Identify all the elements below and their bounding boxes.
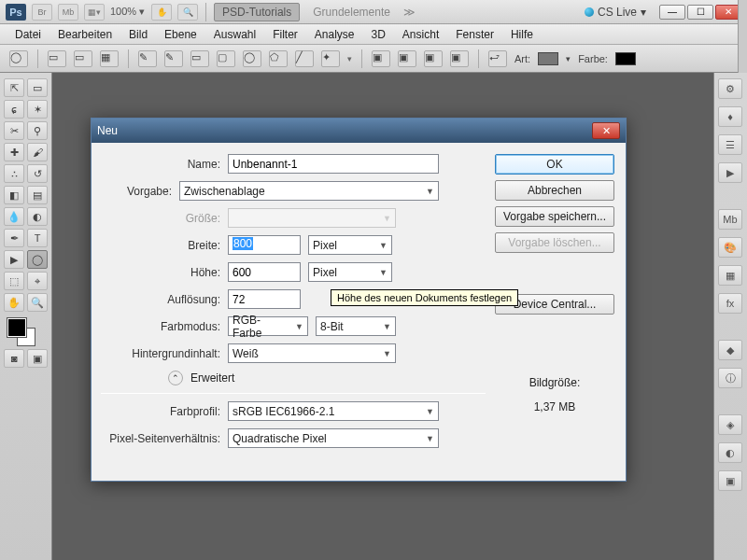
3d-tool-icon[interactable]: ⬚	[4, 272, 24, 290]
zoom-level[interactable]: 100% ▾	[110, 6, 146, 18]
width-input[interactable]: 800	[228, 235, 301, 255]
pen-tool-icon[interactable]: ✒	[4, 229, 24, 247]
ellipse-shape-icon[interactable]: ◯	[243, 50, 261, 67]
width-unit-combo[interactable]: Pixel▼	[308, 235, 392, 255]
window-maximize-button[interactable]: ☐	[687, 5, 713, 20]
magicwand-tool-icon[interactable]: ✶	[27, 100, 48, 119]
dialog-titlebar[interactable]: Neu ✕	[92, 119, 626, 143]
workspace-overflow-icon[interactable]: ≫	[403, 6, 416, 19]
lasso-tool-icon[interactable]: ɕ	[4, 100, 24, 119]
ellipse-tool-icon[interactable]: ◯	[27, 250, 48, 269]
color-panel-icon[interactable]: 🎨	[718, 237, 742, 258]
color-swatch[interactable]	[615, 52, 636, 65]
bitdepth-combo[interactable]: 8-Bit▼	[316, 316, 396, 336]
styles-panel-icon[interactable]: fx	[718, 293, 742, 314]
resolution-input[interactable]	[228, 289, 301, 309]
colorprofile-combo[interactable]: sRGB IEC61966-2.1▼	[228, 401, 439, 421]
eraser-tool-icon[interactable]: ◧	[4, 186, 24, 204]
foreground-color-swatch[interactable]	[7, 318, 26, 337]
tool-preset-icon[interactable]: ◯	[9, 50, 28, 67]
menu-3d[interactable]: 3D	[364, 26, 393, 43]
brush-tool-icon[interactable]: 🖌	[27, 143, 48, 161]
pixelratio-combo[interactable]: Quadratische Pixel▼	[228, 428, 439, 448]
freeform-pen-icon[interactable]: ✎	[164, 50, 183, 67]
screenmode-button[interactable]: ▦▾	[84, 4, 105, 21]
marquee-tool-icon[interactable]: ▭	[27, 78, 48, 97]
move-tool-icon[interactable]: ⇱	[4, 78, 24, 97]
menu-filter[interactable]: Filter	[265, 26, 305, 43]
crop-tool-icon[interactable]: ✂	[4, 121, 24, 140]
paths-panel-icon[interactable]: ▣	[718, 470, 742, 491]
blur-tool-icon[interactable]: 💧	[4, 207, 24, 226]
window-minimize-button[interactable]: —	[659, 5, 685, 20]
menu-ebene[interactable]: Ebene	[157, 26, 204, 43]
pathop-int-icon[interactable]: ▣	[424, 50, 443, 67]
dialog-close-button[interactable]: ✕	[592, 122, 620, 139]
name-input[interactable]	[228, 154, 439, 174]
cs-live-button[interactable]: CS Live ▾	[585, 6, 646, 19]
pathop-sub-icon[interactable]: ▣	[398, 50, 416, 67]
custom-shape-icon[interactable]: ✦	[321, 50, 340, 67]
menu-hilfe[interactable]: Hilfe	[503, 26, 541, 43]
zoom-tool-icon[interactable]: 🔍	[177, 4, 198, 21]
paths-icon[interactable]: ▭	[74, 50, 92, 67]
history-panel-icon[interactable]: ☰	[718, 134, 742, 155]
brushes-panel-icon[interactable]: ♦	[718, 106, 742, 127]
menu-bild[interactable]: Bild	[121, 26, 155, 43]
polygon-shape-icon[interactable]: ⬠	[269, 50, 288, 67]
height-unit-combo[interactable]: Pixel▼	[308, 262, 392, 282]
height-input[interactable]	[228, 262, 301, 282]
bridge-button[interactable]: Br	[32, 4, 52, 21]
pathop-xor-icon[interactable]: ▣	[450, 50, 469, 67]
type-tool-icon[interactable]: T	[27, 229, 48, 247]
preset-combo[interactable]: Zwischenablage▼	[179, 181, 439, 201]
fgbg-swatch[interactable]	[7, 318, 43, 346]
save-preset-button[interactable]: Vorgabe speichern...	[495, 206, 614, 227]
pen-icon[interactable]: ✎	[138, 50, 157, 67]
healing-tool-icon[interactable]: ✚	[4, 143, 24, 161]
gradient-tool-icon[interactable]: ▤	[27, 186, 48, 204]
adjustments-panel-icon[interactable]: ⚙	[718, 78, 742, 99]
colormode-combo[interactable]: RGB-Farbe▼	[228, 316, 308, 336]
link-icon[interactable]: ⮐	[488, 50, 507, 67]
menu-bearbeiten[interactable]: Bearbeiten	[50, 26, 120, 43]
channels-panel-icon[interactable]: ◐	[718, 442, 742, 463]
dodge-tool-icon[interactable]: ◐	[27, 207, 48, 226]
path-select-icon[interactable]: ▶	[4, 250, 24, 269]
3d-camera-icon[interactable]: ⌖	[27, 272, 48, 290]
menu-fenster[interactable]: Fenster	[448, 26, 501, 43]
style-swatch[interactable]	[538, 52, 558, 65]
minibridge-panel-icon[interactable]: Mb	[718, 209, 742, 230]
info-panel-icon[interactable]: ⓘ	[718, 368, 742, 388]
eyedropper-tool-icon[interactable]: ⚲	[27, 121, 48, 140]
rectangle-shape-icon[interactable]: ▭	[190, 50, 209, 67]
actions-panel-icon[interactable]: ▶	[718, 162, 742, 183]
workspace-tab-grundelemente[interactable]: Grundelemente	[305, 4, 398, 21]
fill-pixels-icon[interactable]: ▦	[100, 50, 119, 67]
workspace-tab-psdtutorials[interactable]: PSD-Tutorials	[214, 3, 300, 21]
ok-button[interactable]: OK	[495, 154, 614, 175]
shape-layers-icon[interactable]: ▭	[48, 50, 66, 67]
stamp-tool-icon[interactable]: ⛬	[4, 164, 24, 183]
roundrect-shape-icon[interactable]: ▢	[217, 50, 235, 67]
screen-mode-icon[interactable]: ▣	[27, 349, 48, 368]
pathop-add-icon[interactable]: ▣	[372, 50, 390, 67]
hand-tool-icon[interactable]: ✋	[151, 4, 172, 21]
quickmask-icon[interactable]: ◙	[4, 349, 24, 368]
minibridge-button[interactable]: Mb	[58, 4, 78, 21]
advanced-label[interactable]: Erweitert	[190, 371, 234, 385]
menu-analyse[interactable]: Analyse	[307, 26, 362, 43]
cancel-button[interactable]: Abbrechen	[495, 180, 614, 201]
zoom-tool-icon[interactable]: 🔍	[27, 293, 48, 312]
layers-panel-icon[interactable]: ◈	[718, 414, 742, 435]
line-shape-icon[interactable]: ╱	[295, 50, 314, 67]
menu-datei[interactable]: Datei	[7, 26, 49, 43]
menu-ansicht[interactable]: Ansicht	[395, 26, 446, 43]
advanced-toggle-icon[interactable]: ⌃	[168, 371, 183, 385]
hand-tool-icon[interactable]: ✋	[4, 293, 24, 312]
history-brush-icon[interactable]: ↺	[27, 164, 48, 183]
bgcontent-combo[interactable]: Weiß▼	[228, 343, 396, 363]
shape-options-caret-icon[interactable]: ▾	[347, 54, 352, 63]
navigator-panel-icon[interactable]: ◆	[718, 340, 742, 360]
swatches-panel-icon[interactable]: ▦	[718, 265, 742, 286]
